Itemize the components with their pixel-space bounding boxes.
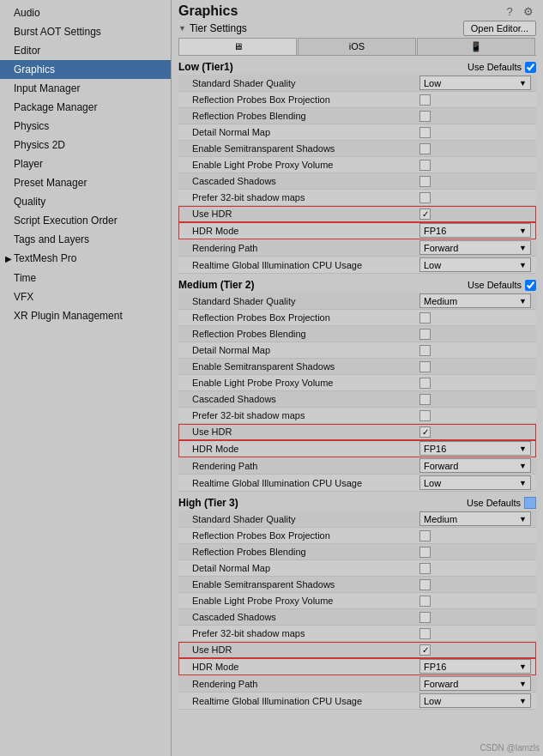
- checkbox-7-tier-0[interactable]: [419, 192, 431, 203]
- dropdown-value: Medium: [424, 514, 457, 524]
- checkbox-7-tier-1[interactable]: [419, 410, 431, 421]
- settings-row: Use HDR✓: [178, 424, 536, 440]
- row-value: Forward▼: [416, 675, 536, 692]
- checkbox-8-tier-1[interactable]: ✓: [419, 426, 431, 438]
- sidebar-item-burst-aot-settings[interactable]: Burst AOT Settings: [0, 22, 171, 41]
- row-label: Realtime Global Illumination CPU Usage: [178, 259, 416, 271]
- row-value: [416, 142, 536, 155]
- settings-row: Enable Light Probe Proxy Volume: [178, 157, 536, 173]
- checkbox-8-tier-0[interactable]: ✓: [419, 209, 431, 220]
- row-value: [416, 562, 536, 575]
- sidebar-item-script-execution-order[interactable]: Script Execution Order: [0, 211, 171, 230]
- row-value: Low▼: [416, 475, 536, 491]
- checkbox-3-tier-1[interactable]: [419, 345, 431, 356]
- dropdown-0-tier-2[interactable]: Medium▼: [419, 511, 531, 526]
- checkbox-2-tier-2[interactable]: [419, 547, 431, 558]
- help-icon[interactable]: ?: [502, 3, 517, 19]
- checkbox-2-tier-1[interactable]: [419, 329, 431, 340]
- settings-row: Reflection Probes Box Projection: [178, 528, 536, 544]
- sidebar-item-textmesh-pro[interactable]: ▶TextMesh Pro: [0, 249, 171, 269]
- platform-tab-android[interactable]: 📱: [417, 38, 535, 55]
- checkbox-1-tier-2[interactable]: [419, 530, 431, 541]
- tier-name-1: Medium (Tier 2): [178, 279, 254, 291]
- dropdown-value: Forward: [424, 679, 458, 689]
- sidebar-item-physics-2d[interactable]: Physics 2D: [0, 136, 171, 154]
- checkbox-1-tier-1[interactable]: [419, 312, 431, 324]
- settings-icon[interactable]: ⚙: [521, 3, 536, 19]
- dropdown-arrow-icon: ▼: [519, 244, 527, 252]
- sidebar-item-audio[interactable]: Audio: [0, 3, 171, 22]
- ios-label: iOS: [349, 41, 365, 51]
- dropdown-0-tier-1[interactable]: Medium▼: [419, 293, 531, 308]
- use-defaults-checkbox-2[interactable]: [524, 497, 536, 509]
- sidebar-item-package-manager[interactable]: Package Manager: [0, 98, 171, 117]
- sidebar-item-player[interactable]: Player: [0, 154, 171, 173]
- settings-row: Rendering PathForward▼: [178, 457, 536, 475]
- checkbox-6-tier-1[interactable]: [419, 394, 431, 405]
- settings-row: Enable Semitransparent Shadows: [178, 577, 536, 593]
- sidebar-item-physics[interactable]: Physics: [0, 117, 171, 136]
- checkbox-8-tier-2[interactable]: ✓: [419, 644, 431, 656]
- sidebar-item-graphics[interactable]: Graphics: [0, 60, 171, 79]
- dropdown-10-tier-2[interactable]: Forward▼: [419, 676, 531, 691]
- settings-row: Cascaded Shadows: [178, 173, 536, 190]
- dropdown-10-tier-0[interactable]: Forward▼: [419, 240, 531, 255]
- row-value: [416, 578, 536, 591]
- dropdown-11-tier-1[interactable]: Low▼: [419, 475, 531, 490]
- dropdown-9-tier-1[interactable]: FP16▼: [419, 441, 531, 456]
- row-label: Use HDR: [178, 426, 416, 438]
- page-title: Graphics: [178, 3, 238, 19]
- dropdown-value: Forward: [424, 243, 458, 253]
- dropdown-value: Medium: [424, 296, 457, 306]
- checkbox-3-tier-0[interactable]: [419, 127, 431, 138]
- dropdown-9-tier-0[interactable]: FP16▼: [419, 223, 531, 238]
- row-label: Realtime Global Illumination CPU Usage: [178, 477, 416, 489]
- dropdown-9-tier-2[interactable]: FP16▼: [419, 659, 531, 674]
- dropdown-arrow-icon: ▼: [519, 680, 527, 688]
- sidebar-item-time[interactable]: Time: [0, 269, 171, 287]
- dropdown-value: Forward: [424, 461, 458, 471]
- row-label: Prefer 32-bit shadow maps: [178, 409, 416, 421]
- row-label: Prefer 32-bit shadow maps: [178, 191, 416, 203]
- checkbox-5-tier-0[interactable]: [419, 160, 431, 171]
- checkbox-1-tier-0[interactable]: [419, 94, 431, 106]
- dropdown-11-tier-0[interactable]: Low▼: [419, 257, 531, 272]
- checkbox-6-tier-0[interactable]: [419, 176, 431, 187]
- sidebar-item-tags-and-layers[interactable]: Tags and Layers: [0, 230, 171, 249]
- sidebar-item-quality[interactable]: Quality: [0, 192, 171, 211]
- platform-tab-desktop[interactable]: 🖥: [178, 38, 297, 55]
- checkbox-4-tier-0[interactable]: [419, 143, 431, 154]
- checkbox-2-tier-0[interactable]: [419, 111, 431, 122]
- settings-row: Prefer 32-bit shadow maps: [178, 408, 536, 424]
- open-editor-button[interactable]: Open Editor...: [463, 21, 536, 36]
- row-label: Use HDR: [178, 644, 416, 656]
- checkbox-7-tier-2[interactable]: [419, 628, 431, 639]
- row-label: Reflection Probes Box Projection: [178, 94, 416, 106]
- row-value: [416, 595, 536, 608]
- sidebar-item-editor[interactable]: Editor: [0, 41, 171, 60]
- dropdown-10-tier-1[interactable]: Forward▼: [419, 458, 531, 473]
- use-defaults-checkbox-0[interactable]: [525, 62, 536, 73]
- use-defaults-checkbox-1[interactable]: [525, 280, 536, 291]
- checkbox-6-tier-2[interactable]: [419, 612, 431, 623]
- checkbox-4-tier-2[interactable]: [419, 579, 431, 590]
- dropdown-11-tier-2[interactable]: Low▼: [419, 693, 531, 708]
- dropdown-arrow-icon: ▼: [519, 261, 527, 269]
- checkbox-4-tier-1[interactable]: [419, 361, 431, 372]
- row-value: [416, 344, 536, 357]
- checkbox-5-tier-2[interactable]: [419, 596, 431, 607]
- dropdown-value: Low: [424, 696, 441, 706]
- platform-tab-ios[interactable]: iOS: [298, 38, 416, 55]
- sidebar-item-input-manager[interactable]: Input Manager: [0, 79, 171, 98]
- sidebar-item-preset-manager[interactable]: Preset Manager: [0, 173, 171, 192]
- dropdown-0-tier-0[interactable]: Low▼: [419, 76, 531, 90]
- checkbox-5-tier-1[interactable]: [419, 378, 431, 389]
- header-icons: ? ⚙: [502, 3, 536, 19]
- sidebar-item-xr-plugin-management[interactable]: XR Plugin Management: [0, 306, 171, 325]
- sidebar-item-vfx[interactable]: VFX: [0, 287, 171, 306]
- row-value: [416, 611, 536, 624]
- settings-row: Cascaded Shadows: [178, 609, 536, 626]
- row-value: [416, 546, 536, 559]
- checkbox-3-tier-2[interactable]: [419, 563, 431, 574]
- sidebar: AudioBurst AOT SettingsEditorGraphicsInp…: [0, 0, 172, 756]
